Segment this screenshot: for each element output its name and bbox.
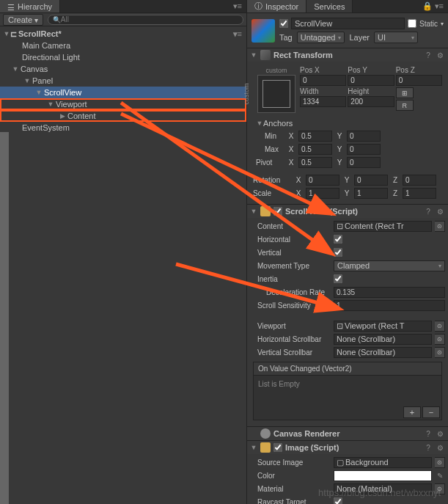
rect-transform-header[interactable]: ▼ Rect Transform ? ⚙ bbox=[247, 48, 448, 62]
content-picker[interactable]: ⊙ bbox=[435, 221, 445, 232]
tree-item-main-camera[interactable]: Main Camera bbox=[0, 40, 246, 51]
raycast-toggle[interactable] bbox=[334, 497, 342, 504]
posx-input[interactable] bbox=[300, 75, 346, 86]
movement-dropdown[interactable]: Clamped bbox=[334, 260, 445, 271]
tree-item-canvas[interactable]: ▼Canvas bbox=[0, 63, 246, 75]
foldout-icon[interactable]: ▶ bbox=[59, 112, 66, 120]
blueprint-button[interactable]: ⊞ bbox=[396, 87, 414, 98]
scene-opts-icon[interactable]: ▾≡ bbox=[233, 29, 242, 39]
scroll-rect-title: Scroll Rect (Script) bbox=[285, 207, 420, 216]
vscroll-field[interactable]: None (Scrollbar) bbox=[334, 347, 432, 358]
anchor-min-y[interactable] bbox=[347, 131, 381, 142]
scale-z[interactable] bbox=[403, 188, 436, 199]
hierarchy-tree: ▼ ⊏ ScrollRect* ▾≡ Main Camera Direction… bbox=[0, 26, 246, 135]
rot-z[interactable] bbox=[403, 175, 436, 186]
foldout-icon[interactable]: ▼ bbox=[3, 30, 10, 37]
pivot-x[interactable] bbox=[298, 157, 332, 168]
event-add-button[interactable]: + bbox=[403, 406, 421, 418]
anchors-foldout[interactable]: ▼Anchors bbox=[250, 117, 445, 129]
anchor-preset-button[interactable]: custom custom bbox=[257, 75, 295, 113]
services-tab[interactable]: Services bbox=[306, 0, 353, 12]
rot-y[interactable] bbox=[354, 175, 388, 186]
width-input[interactable] bbox=[300, 96, 346, 107]
foldout-icon[interactable]: ▼ bbox=[12, 65, 19, 73]
rect-transform-title: Rect Transform bbox=[273, 51, 420, 59]
canvas-renderer-header[interactable]: ▼ Canvas Renderer ?⚙ bbox=[247, 427, 448, 440]
hscroll-picker[interactable]: ⊙ bbox=[435, 334, 445, 345]
gear-icon[interactable]: ⚙ bbox=[435, 206, 445, 216]
sensitivity-input[interactable] bbox=[334, 300, 445, 311]
hscroll-field[interactable]: None (Scrollbar) bbox=[334, 334, 432, 345]
static-label: Static bbox=[419, 20, 438, 28]
image-enable-toggle[interactable] bbox=[273, 443, 282, 452]
material-field[interactable]: None (Material) bbox=[334, 483, 432, 494]
canvas-renderer-title: Canvas Renderer bbox=[273, 429, 420, 438]
inspector-tab[interactable]: ⓘ Inspector bbox=[247, 0, 306, 12]
content-field[interactable]: ⊡Content (Rect Tr bbox=[334, 221, 432, 232]
inspector-lock-icon[interactable]: 🔒 ▾≡ bbox=[418, 0, 448, 12]
component-canvas-renderer: ▼ Canvas Renderer ?⚙ bbox=[247, 427, 448, 441]
tree-item-content[interactable]: ▶Content bbox=[0, 110, 246, 122]
pivot-y[interactable] bbox=[347, 157, 381, 168]
hierarchy-search-input[interactable] bbox=[61, 15, 238, 23]
posz-input[interactable] bbox=[396, 75, 442, 86]
hierarchy-options-icon[interactable]: ▾≡ bbox=[229, 0, 246, 12]
component-image: ▼ Image (Script) ?⚙ Source Image▢Backgro… bbox=[247, 441, 448, 504]
foldout-icon[interactable]: ▼ bbox=[47, 101, 54, 108]
help-icon[interactable]: ? bbox=[423, 428, 433, 439]
foldout-icon[interactable]: ▼ bbox=[35, 89, 43, 96]
create-button[interactable]: Create ▾ bbox=[3, 14, 43, 26]
viewport-field[interactable]: ⊡Viewport (Rect T bbox=[334, 321, 432, 332]
image-header[interactable]: ▼ Image (Script) ?⚙ bbox=[247, 441, 448, 454]
help-icon[interactable]: ? bbox=[423, 206, 433, 216]
anchor-max-y[interactable] bbox=[347, 144, 381, 155]
static-dropdown-icon[interactable]: ▾ bbox=[441, 21, 444, 27]
eyedropper-icon[interactable]: ✎ bbox=[435, 472, 445, 480]
vertical-toggle[interactable] bbox=[334, 248, 342, 257]
hierarchy-tab[interactable]: ☰ Hierarchy bbox=[0, 0, 60, 12]
material-picker[interactable]: ⊙ bbox=[435, 483, 445, 494]
inertia-toggle[interactable] bbox=[334, 274, 342, 283]
tree-item-directional-light[interactable]: Directional Light bbox=[0, 51, 246, 63]
horizontal-toggle[interactable] bbox=[334, 235, 342, 244]
gameobject-name-input[interactable] bbox=[291, 18, 405, 29]
inspector-icon: ⓘ bbox=[254, 1, 262, 12]
static-toggle[interactable] bbox=[408, 19, 416, 28]
gear-icon[interactable]: ⚙ bbox=[435, 428, 445, 439]
scroll-rect-header[interactable]: ▼ Scroll Rect (Script) ?⚙ bbox=[247, 205, 448, 218]
tree-item-panel[interactable]: ▼Panel bbox=[0, 75, 246, 87]
scene-row[interactable]: ▼ ⊏ ScrollRect* ▾≡ bbox=[0, 28, 246, 40]
tree-item-viewport[interactable]: ▼Viewport bbox=[0, 98, 246, 110]
tree-item-scrollview[interactable]: ▼ScrollView bbox=[0, 87, 246, 98]
foldout-icon[interactable]: ▼ bbox=[23, 77, 31, 84]
scene-icon: ⊏ bbox=[10, 29, 17, 39]
source-image-field[interactable]: ▢Background bbox=[334, 457, 432, 468]
anchor-min-x[interactable] bbox=[298, 131, 332, 142]
gameobject-active-toggle[interactable] bbox=[279, 19, 288, 28]
events-empty-label: List is Empty bbox=[254, 376, 441, 405]
gear-icon[interactable]: ⚙ bbox=[435, 442, 445, 453]
tree-item-eventsystem[interactable]: EventSystem bbox=[0, 122, 246, 134]
raw-edit-button[interactable]: R bbox=[396, 100, 414, 111]
tag-dropdown[interactable]: Untagged bbox=[297, 32, 345, 43]
layer-dropdown[interactable]: UI bbox=[374, 32, 418, 43]
rot-x[interactable] bbox=[306, 175, 339, 186]
posy-input[interactable] bbox=[348, 75, 394, 86]
scroll-rect-enable-toggle[interactable] bbox=[273, 207, 282, 216]
anchor-max-x[interactable] bbox=[298, 144, 332, 155]
search-icon: 🔍 bbox=[53, 16, 61, 23]
hierarchy-search[interactable]: 🔍 bbox=[48, 15, 243, 25]
source-picker[interactable]: ⊙ bbox=[435, 457, 445, 468]
help-icon[interactable]: ? bbox=[423, 50, 433, 60]
gear-icon[interactable]: ⚙ bbox=[435, 50, 445, 60]
viewport-picker[interactable]: ⊙ bbox=[435, 321, 445, 332]
color-field[interactable] bbox=[334, 470, 432, 481]
scale-x[interactable] bbox=[306, 188, 339, 199]
vscroll-picker[interactable]: ⊙ bbox=[435, 347, 445, 358]
scale-y[interactable] bbox=[354, 188, 388, 199]
deceleration-input[interactable] bbox=[334, 287, 445, 298]
height-input[interactable] bbox=[348, 96, 394, 107]
event-remove-button[interactable]: − bbox=[422, 406, 440, 418]
help-icon[interactable]: ? bbox=[423, 442, 433, 453]
canvas-renderer-icon bbox=[260, 428, 271, 439]
